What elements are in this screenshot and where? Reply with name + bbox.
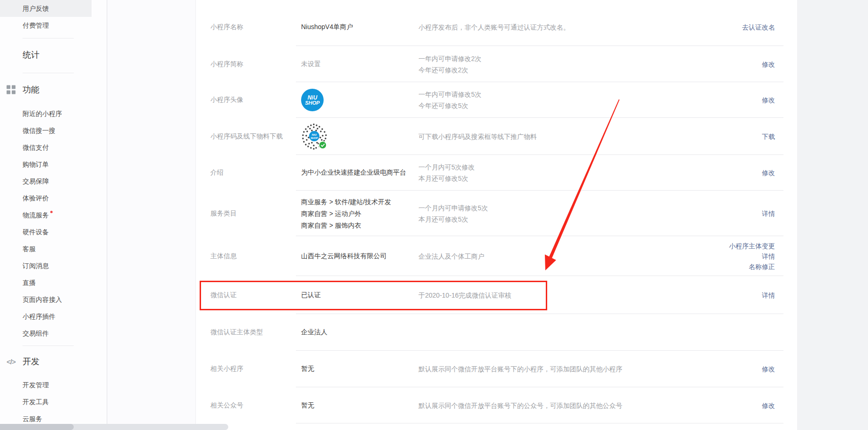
- avatar-text: NiU: [308, 95, 318, 100]
- table-row-related-official-accounts: 相关公众号 暂无 默认展示同个微信开放平台账号下的公众号，可添加团队的其他公众号…: [196, 387, 797, 423]
- sidebar-divider: [23, 73, 74, 73]
- row-label: 主体信息: [210, 252, 297, 261]
- mini-program-qr-code-image: NiU SHOP: [301, 123, 327, 150]
- sidebar-item-logistics-service[interactable]: 物流服务: [0, 207, 92, 223]
- row-label: 相关小程序: [210, 365, 297, 373]
- sidebar-section-label: 统计: [23, 50, 39, 60]
- row-description: 于2020-10-16完成微信认证审核: [418, 290, 700, 301]
- sidebar-section-statistics[interactable]: 统计: [0, 41, 107, 69]
- sidebar-item-user-feedback[interactable]: 用户反馈: [0, 0, 92, 17]
- horizontal-scrollbar-thumb[interactable]: [0, 424, 74, 430]
- description-line: 一个月内可申请修改5次: [418, 202, 700, 214]
- row-value: 已认证: [301, 291, 416, 299]
- description-line: 今年还可修改5次: [418, 100, 700, 111]
- modify-link[interactable]: 修改: [762, 95, 775, 105]
- miniprogram-avatar-image: NiU SHOP: [301, 89, 324, 111]
- horizontal-scrollbar: [0, 424, 228, 430]
- sidebar-item-transaction-guarantee[interactable]: 交易保障: [0, 173, 92, 190]
- sidebar-item-customer-service[interactable]: 客服: [0, 240, 92, 257]
- sidebar-item-hardware-devices[interactable]: 硬件设备: [0, 223, 92, 240]
- description-line: 一个月内可5次修改: [418, 161, 700, 173]
- sidebar-item-wechat-pay[interactable]: 微信支付: [0, 139, 92, 156]
- category-line: 商家自营 > 服饰内衣: [301, 219, 416, 231]
- sidebar-item-transaction-components[interactable]: 交易组件: [0, 325, 92, 342]
- row-value: 为中小企业快速搭建企业级电商平台: [301, 169, 416, 177]
- category-line: 商业服务 > 软件/建站/技术开发: [301, 196, 416, 207]
- sidebar-item-shopping-orders[interactable]: 购物订单: [0, 156, 92, 173]
- table-row-miniprogram-avatar: 小程序头像 NiU SHOP 一年内可申请修改5次 今年还可修改5次 修改: [196, 82, 797, 118]
- download-link[interactable]: 下载: [762, 131, 775, 142]
- table-row-service-categories: 服务类目 商业服务 > 软件/建站/技术开发 商家自营 > 运动户外 商家自营 …: [196, 191, 797, 236]
- details-link[interactable]: 详情: [762, 290, 775, 300]
- avatar-text: SHOP: [305, 100, 319, 106]
- table-row-introduction: 介绍 为中小企业快速搭建企业级电商平台 一个月内可5次修改 本月还可修改5次 修…: [196, 155, 797, 191]
- row-value: 企业法人: [301, 328, 416, 337]
- row-description: 一个月内可申请修改5次 本月还可修改5次: [418, 202, 700, 225]
- table-row-wechat-verification: 微信认证 已认证 于2020-10-16完成微信认证审核 详情: [196, 276, 797, 314]
- sidebar-item-experience-review[interactable]: 体验评价: [0, 190, 92, 207]
- code-icon: </>: [7, 357, 16, 366]
- modify-link[interactable]: 修改: [762, 59, 775, 69]
- sidebar-item-label: 物流服务: [23, 211, 49, 219]
- row-label: 小程序名称: [210, 23, 297, 31]
- description-line: 本月还可修改5次: [418, 173, 700, 184]
- row-value: 未设置: [301, 60, 416, 69]
- sidebar-item-paid-management[interactable]: 付费管理: [0, 17, 92, 34]
- sidebar-divider: [23, 38, 74, 38]
- row-label: 服务类目: [210, 209, 297, 218]
- row-label: 微信认证主体类型: [210, 328, 297, 337]
- go-verify-rename-link[interactable]: 去认证改名: [742, 22, 775, 32]
- svg-text:SHOP: SHOP: [310, 136, 318, 139]
- modify-link[interactable]: 修改: [762, 168, 775, 178]
- details-link[interactable]: 详情: [762, 208, 775, 219]
- sidebar-item-miniprogram-plugins[interactable]: 小程序插件: [0, 308, 92, 325]
- miniprogram-settings-table: 小程序名称 NiushopV4单商户 小程序发布后，非个人类账号可通过认证方式改…: [196, 0, 797, 430]
- row-description: 企业法人及个体工商户: [418, 251, 700, 262]
- row-value: 暂无: [301, 401, 416, 410]
- sidebar-item-live[interactable]: 直播: [0, 274, 92, 291]
- table-row-miniprogram-name: 小程序名称 NiushopV4单商户 小程序发布后，非个人类账号可通过认证方式改…: [196, 0, 797, 46]
- row-description: 一年内可申请修改2次 今年还可修改2次: [418, 53, 700, 76]
- row-value: 商业服务 > 软件/建站/技术开发 商家自营 > 运动户外 商家自营 > 服饰内…: [301, 196, 416, 231]
- sidebar-item-dev-management[interactable]: 开发管理: [0, 376, 92, 393]
- sidebar-section-development[interactable]: </> 开发: [0, 348, 107, 375]
- sidebar-section-label: 功能: [23, 85, 39, 94]
- sidebar: 用户反馈 付费管理 统计 功能 附近的小程序 微信搜一搜 微信支付 购物订单 交…: [0, 0, 107, 430]
- description-line: 今年还可修改2次: [418, 64, 700, 76]
- details-link[interactable]: 详情: [729, 251, 775, 261]
- sidebar-item-subscribe-messages[interactable]: 订阅消息: [0, 257, 92, 274]
- name-correction-link[interactable]: 名称修正: [729, 261, 775, 272]
- entity-change-link[interactable]: 小程序主体变更: [729, 241, 775, 251]
- row-label: 小程序码及线下物料下载: [210, 132, 297, 141]
- row-description: 默认展示同个微信开放平台账号下的公众号，可添加团队的其他公众号: [418, 400, 700, 411]
- sidebar-item-nearby-miniprograms[interactable]: 附近的小程序: [0, 105, 92, 122]
- row-label: 相关公众号: [210, 401, 297, 410]
- row-description: 小程序发布后，非个人类账号可通过认证方式改名。: [418, 22, 700, 33]
- sidebar-item-dev-tools[interactable]: 开发工具: [0, 393, 92, 410]
- sidebar-item-page-content-access[interactable]: 页面内容接入: [0, 291, 92, 308]
- modify-link[interactable]: 修改: [762, 364, 775, 374]
- row-description: 可下载小程序码及搜索框等线下推广物料: [418, 131, 700, 142]
- description-line: 一年内可申请修改2次: [418, 53, 700, 64]
- new-badge-dot: [50, 211, 53, 213]
- row-value: NiushopV4单商户: [301, 23, 416, 31]
- table-row-related-miniprograms: 相关小程序 暂无 默认展示同个微信开放平台账号下的小程序，可添加团队的其他小程序…: [196, 351, 797, 387]
- sidebar-section-features[interactable]: 功能: [0, 76, 107, 103]
- description-line: 本月还可修改5次: [418, 214, 700, 225]
- row-value: 暂无: [301, 365, 416, 373]
- description-line: 一年内可申请修改5次: [418, 89, 700, 100]
- sidebar-item-wechat-search[interactable]: 微信搜一搜: [0, 122, 92, 139]
- table-row-miniprogram-qrcode: 小程序码及线下物料下载: [196, 118, 797, 155]
- sidebar-divider: [23, 346, 74, 346]
- category-line: 商家自营 > 运动户外: [301, 207, 416, 219]
- row-label: 小程序简称: [210, 60, 297, 69]
- row-label: 小程序头像: [210, 96, 297, 104]
- table-row-verification-entity-type: 微信认证主体类型 企业法人: [196, 314, 797, 351]
- sidebar-section-label: 开发: [23, 357, 39, 366]
- row-description: 默认展示同个微信开放平台账号下的小程序，可添加团队的其他小程序: [418, 363, 700, 375]
- pie-chart-icon: [7, 51, 16, 60]
- modify-link[interactable]: 修改: [762, 400, 775, 411]
- row-value: 山西牛之云网络科技有限公司: [301, 252, 416, 261]
- row-label: 微信认证: [210, 291, 297, 299]
- svg-text:NiU: NiU: [312, 133, 317, 136]
